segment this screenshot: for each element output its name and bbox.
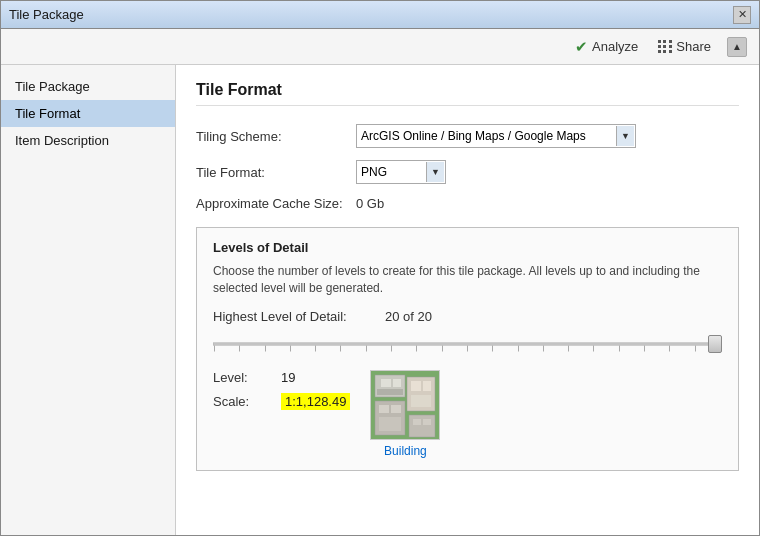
- tiling-scheme-select[interactable]: ArcGIS Online / Bing Maps / Google Maps …: [356, 124, 636, 148]
- tile-format-select-wrapper: PNG JPEG Mixed ▼: [356, 160, 446, 184]
- svg-rect-8: [411, 395, 431, 407]
- check-icon: ✔: [575, 38, 588, 56]
- svg-rect-13: [409, 415, 435, 437]
- svg-rect-12: [379, 417, 401, 431]
- tile-format-row: Tile Format: PNG JPEG Mixed ▼: [196, 160, 739, 184]
- svg-rect-10: [379, 405, 389, 413]
- main-content: Tile Package Tile Format Item Descriptio…: [1, 65, 759, 535]
- svg-rect-7: [423, 381, 431, 391]
- levels-of-detail-box: Levels of Detail Choose the number of le…: [196, 227, 739, 471]
- window-title: Tile Package: [9, 7, 84, 22]
- svg-rect-15: [423, 419, 431, 425]
- map-svg: [371, 371, 440, 440]
- level-row: Level: 19: [213, 370, 350, 385]
- tiling-scheme-label: Tiling Scheme:: [196, 129, 356, 144]
- sidebar-item-tile-package[interactable]: Tile Package: [1, 73, 175, 100]
- sidebar-item-item-description[interactable]: Item Description: [1, 127, 175, 154]
- share-button[interactable]: Share: [654, 37, 715, 56]
- slider-ticks: [214, 345, 721, 351]
- highest-level-value: 20 of 20: [385, 309, 432, 324]
- sidebar-item-tile-format[interactable]: Tile Format: [1, 100, 175, 127]
- page-title: Tile Format: [196, 81, 739, 106]
- svg-rect-2: [381, 379, 391, 387]
- svg-rect-4: [377, 389, 403, 395]
- svg-rect-6: [411, 381, 421, 391]
- cache-size-row: Approximate Cache Size: 0 Gb: [196, 196, 739, 211]
- content-area: Tile Format Tiling Scheme: ArcGIS Online…: [176, 65, 759, 535]
- level-scale-info: Level: 19 Scale: 1:1,128.49: [213, 370, 350, 458]
- slider-track: [213, 342, 722, 345]
- level-value: 19: [281, 370, 295, 385]
- map-preview: Building: [370, 370, 440, 458]
- share-grid-icon: [658, 40, 672, 54]
- toolbar: ✔ Analyze Share ▲: [1, 29, 759, 65]
- tiling-scheme-row: Tiling Scheme: ArcGIS Online / Bing Maps…: [196, 124, 739, 148]
- tiling-scheme-select-wrapper: ArcGIS Online / Bing Maps / Google Maps …: [356, 124, 636, 148]
- svg-rect-11: [391, 405, 401, 413]
- map-label[interactable]: Building: [384, 444, 427, 458]
- share-label: Share: [676, 39, 711, 54]
- cache-size-label: Approximate Cache Size:: [196, 196, 356, 211]
- tile-format-select[interactable]: PNG JPEG Mixed: [356, 160, 446, 184]
- analyze-label: Analyze: [592, 39, 638, 54]
- level-slider-container: [213, 334, 722, 354]
- level-slider-thumb[interactable]: [708, 335, 722, 353]
- close-button[interactable]: ✕: [733, 6, 751, 24]
- collapse-button[interactable]: ▲: [727, 37, 747, 57]
- svg-rect-14: [413, 419, 421, 425]
- scale-value: 1:1,128.49: [281, 393, 350, 410]
- tile-format-label: Tile Format:: [196, 165, 356, 180]
- svg-rect-3: [393, 379, 401, 387]
- sidebar: Tile Package Tile Format Item Descriptio…: [1, 65, 176, 535]
- levels-title: Levels of Detail: [213, 240, 722, 255]
- scale-row: Scale: 1:1,128.49: [213, 393, 350, 410]
- highest-level-row: Highest Level of Detail: 20 of 20: [213, 309, 722, 324]
- cache-size-value: 0 Gb: [356, 196, 384, 211]
- levels-description: Choose the number of levels to create fo…: [213, 263, 722, 297]
- preview-section: Level: 19 Scale: 1:1,128.49: [213, 370, 722, 458]
- level-label: Level:: [213, 370, 273, 385]
- map-thumbnail: [370, 370, 440, 440]
- window: Tile Package ✕ ✔ Analyze Share ▲: [0, 0, 760, 536]
- highest-level-label: Highest Level of Detail:: [213, 309, 373, 324]
- title-bar: Tile Package ✕: [1, 1, 759, 29]
- analyze-button[interactable]: ✔ Analyze: [571, 36, 642, 58]
- scale-label: Scale:: [213, 394, 273, 409]
